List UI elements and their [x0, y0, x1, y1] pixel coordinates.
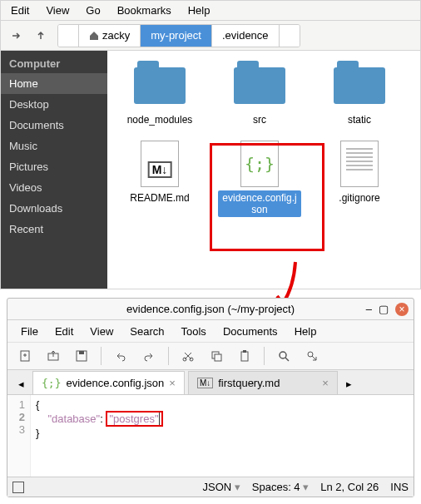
undo-icon [114, 349, 127, 363]
text-icon [340, 141, 379, 187]
sidebar-item-pictures[interactable]: Pictures [1, 156, 107, 177]
code-area[interactable]: { "database": "postgres" } [31, 395, 168, 477]
status-insert-mode[interactable]: INS [390, 481, 409, 493]
tab-firstquery[interactable]: M↓ firstquery.md × [188, 371, 338, 394]
folder-icon [334, 67, 385, 104]
open-icon [47, 349, 60, 363]
replace-icon [305, 349, 319, 363]
sidebar-item-home[interactable]: Home [1, 73, 107, 94]
ed-menu-help[interactable]: Help [286, 325, 325, 338]
file-label: evidence.config.json [218, 190, 301, 217]
code-line-2: "database": "postgres" [36, 411, 163, 427]
editor-toolbar [7, 342, 414, 370]
menu-view[interactable]: View [37, 4, 77, 17]
crumb-more[interactable] [280, 25, 300, 47]
fm-toolbar: zacky my-project .evidence [1, 21, 420, 51]
folder-src[interactable]: src [214, 62, 305, 127]
menu-help[interactable]: Help [180, 4, 219, 17]
search-icon [277, 349, 290, 363]
minimize-button[interactable]: – [366, 303, 372, 316]
editor-tabs: ◂ {;} evidence.config.json × M↓ firstque… [7, 370, 414, 395]
nav-forward-button[interactable] [4, 24, 27, 47]
sidebar-item-videos[interactable]: Videos [1, 177, 107, 198]
menu-bookmarks[interactable]: Bookmarks [109, 4, 180, 17]
redo-button[interactable] [136, 344, 161, 368]
status-indentation[interactable]: Spaces: 4 [252, 481, 309, 493]
arrow-right-icon [10, 30, 22, 42]
ed-menu-edit[interactable]: Edit [47, 325, 82, 338]
folder-icon [134, 67, 186, 104]
arrow-up-icon [35, 30, 47, 42]
ed-menu-view[interactable]: View [82, 325, 121, 338]
separator [101, 347, 102, 365]
folder-node-modules[interactable]: node_modules [114, 62, 206, 127]
crumb-home-label: zacky [102, 29, 130, 42]
maximize-button[interactable]: ▢ [379, 303, 389, 316]
undo-button[interactable] [108, 344, 133, 368]
crumb-evidence[interactable]: .evidence [212, 25, 280, 47]
tab-label: firstquery.md [218, 377, 280, 389]
home-icon [89, 31, 99, 41]
folder-static[interactable]: static [314, 62, 405, 127]
crumb-evidence-label: .evidence [222, 29, 269, 42]
sidebar-item-documents[interactable]: Documents [1, 115, 107, 136]
svg-rect-8 [241, 352, 248, 361]
sidebar-item-desktop[interactable]: Desktop [1, 94, 107, 115]
file-evidence-config[interactable]: {;} evidence.config.json [214, 141, 305, 217]
menu-go[interactable]: Go [77, 4, 108, 17]
save-icon [75, 349, 88, 363]
save-button[interactable] [69, 344, 94, 368]
new-file-icon [18, 349, 32, 363]
copy-icon [210, 349, 223, 363]
tab-scroll-left[interactable]: ◂ [12, 373, 29, 394]
ed-menu-file[interactable]: File [12, 325, 47, 338]
sidebar-item-music[interactable]: Music [1, 136, 107, 156]
search-button[interactable] [271, 344, 296, 368]
menu-edit[interactable]: Edit [2, 4, 37, 17]
file-gitignore[interactable]: .gitignore [314, 141, 405, 217]
editor-menubar: File Edit View Search Tools Documents He… [7, 320, 414, 342]
new-file-button[interactable] [12, 344, 37, 368]
tab-label: evidence.config.json [66, 377, 164, 389]
tab-evidence-config[interactable]: {;} evidence.config.json × [32, 371, 185, 394]
status-language[interactable]: JSON [202, 481, 240, 493]
crumb-my-project[interactable]: my-project [141, 25, 212, 47]
copy-button[interactable] [204, 344, 229, 368]
fm-menubar: Edit View Go Bookmarks Help [1, 1, 420, 21]
editor-body[interactable]: 123 { "database": "postgres" } [7, 395, 414, 477]
file-label: static [344, 112, 374, 127]
open-file-button[interactable] [41, 344, 66, 368]
tab-close-button[interactable]: × [322, 377, 329, 389]
nav-up-button[interactable] [29, 24, 52, 47]
crumb-home[interactable]: zacky [79, 25, 141, 47]
sidebar-header: Computer [1, 54, 107, 73]
json-icon: {;} [240, 141, 279, 187]
svg-point-10 [280, 352, 286, 358]
replace-button[interactable] [300, 344, 324, 368]
separator [168, 347, 169, 365]
crumb-history[interactable] [58, 25, 79, 47]
crumb-my-project-label: my-project [151, 29, 201, 42]
json-icon: {;} [42, 377, 61, 389]
paste-button[interactable] [232, 344, 257, 368]
sidebar-item-downloads[interactable]: Downloads [1, 198, 107, 219]
svg-rect-7 [215, 354, 221, 361]
ed-menu-search[interactable]: Search [121, 325, 172, 338]
text-editor-window: evidence.config.json (~/my-project) – ▢ … [7, 298, 414, 497]
ed-menu-tools[interactable]: Tools [173, 325, 215, 338]
window-controls: – ▢ × [366, 303, 409, 316]
icon-view[interactable]: node_modules src static README.md {;} ev… [107, 51, 420, 289]
folder-icon [234, 67, 285, 104]
svg-rect-3 [79, 351, 84, 354]
tab-close-button[interactable]: × [169, 377, 176, 389]
file-readme[interactable]: README.md [114, 141, 206, 217]
sidebar-item-recent[interactable]: Recent [1, 219, 107, 240]
cut-button[interactable] [176, 344, 201, 368]
close-button[interactable]: × [395, 303, 409, 316]
ed-menu-documents[interactable]: Documents [215, 325, 286, 338]
file-label: .gitignore [335, 190, 383, 205]
tab-scroll-right[interactable]: ▸ [341, 373, 358, 394]
editor-titlebar[interactable]: evidence.config.json (~/my-project) – ▢ … [7, 299, 414, 320]
panel-toggle-button[interactable] [12, 482, 24, 493]
redo-icon [142, 349, 156, 363]
